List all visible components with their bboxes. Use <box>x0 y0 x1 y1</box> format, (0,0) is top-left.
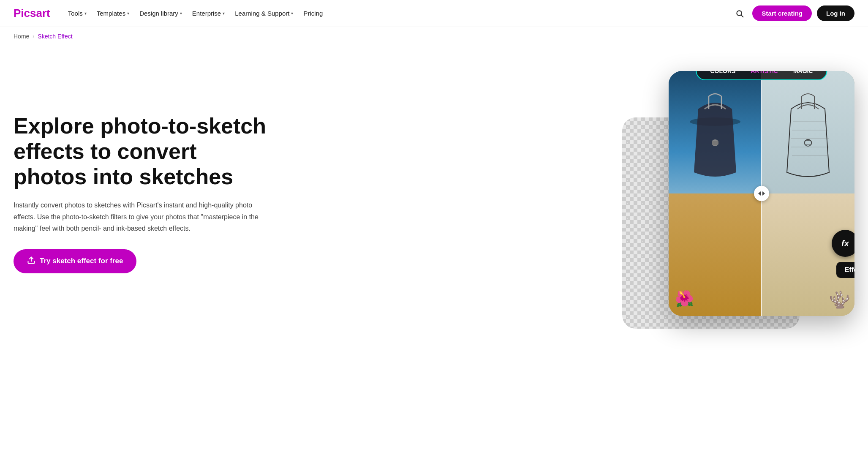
logo[interactable]: Picsart <box>14 7 50 20</box>
svg-rect-5 <box>712 141 718 145</box>
hero-visual: COLORS ARTISTIC MAGIC <box>635 63 854 324</box>
nav-link-design-library[interactable]: Design library ▾ <box>135 6 186 20</box>
coral-decor: 🪸 <box>829 290 850 310</box>
nav-link-enterprise[interactable]: Enterprise ▾ <box>188 6 229 20</box>
try-btn-label: Try sketch effect for free <box>40 257 123 265</box>
filter-pill-artistic[interactable]: ARTISTIC <box>744 71 785 77</box>
chevron-icon: ▾ <box>223 11 225 16</box>
nav-link-templates[interactable]: Templates ▾ <box>93 6 133 20</box>
filter-pill-magic[interactable]: MAGIC <box>786 71 820 77</box>
phone-mockup: COLORS ARTISTIC MAGIC <box>669 71 854 316</box>
hero-title: Explore photo-to-sketch effects to conve… <box>14 114 275 189</box>
chevron-icon: ▾ <box>180 11 182 16</box>
bag-sketch-svg <box>770 88 846 198</box>
chevron-icon: ▾ <box>291 11 293 16</box>
hero-section: Explore photo-to-sketch effects to conve… <box>0 46 868 350</box>
navbar: Picsart Tools ▾ Templates ▾ Design libra… <box>0 0 868 27</box>
chevron-icon: ▾ <box>84 11 87 16</box>
search-icon <box>735 9 744 18</box>
nav-right: Start creating Log in <box>732 5 854 21</box>
bag-colored-svg <box>677 88 753 198</box>
nav-link-tools[interactable]: Tools ▾ <box>64 6 91 20</box>
flower-decor: 🌺 <box>675 290 694 308</box>
svg-rect-12 <box>805 141 811 145</box>
hero-description: Instantly convert photos to sketches wit… <box>14 199 258 234</box>
breadcrumb-separator: › <box>33 33 34 39</box>
filter-pills: COLORS ARTISTIC MAGIC <box>696 71 827 80</box>
nav-links: Tools ▾ Templates ▾ Design library ▾ Ent… <box>64 6 327 20</box>
breadcrumb-home[interactable]: Home <box>14 33 29 40</box>
start-creating-button[interactable]: Start creating <box>752 5 812 21</box>
upload-icon <box>27 256 35 267</box>
nav-link-learning[interactable]: Learning & Support ▾ <box>231 6 297 20</box>
chevron-icon: ▾ <box>127 11 129 16</box>
photo-right-half: 🪸 <box>762 71 854 316</box>
svg-marker-13 <box>758 191 761 196</box>
breadcrumb-current: Sketch Effect <box>38 33 72 40</box>
effects-label: Effects <box>836 262 854 278</box>
try-sketch-button[interactable]: Try sketch effect for free <box>14 249 136 273</box>
breadcrumb: Home › Sketch Effect <box>0 27 868 46</box>
svg-line-1 <box>741 15 743 17</box>
split-arrow-button[interactable] <box>754 186 769 201</box>
photo-left-half: 🌺 <box>669 71 762 316</box>
nav-link-pricing[interactable]: Pricing <box>299 6 327 20</box>
svg-marker-14 <box>762 191 765 196</box>
hero-text: Explore photo-to-sketch effects to conve… <box>14 114 275 273</box>
search-button[interactable] <box>732 6 747 21</box>
login-button[interactable]: Log in <box>817 5 854 21</box>
filter-pill-colors[interactable]: COLORS <box>703 71 742 77</box>
fx-label: fx <box>841 239 849 248</box>
